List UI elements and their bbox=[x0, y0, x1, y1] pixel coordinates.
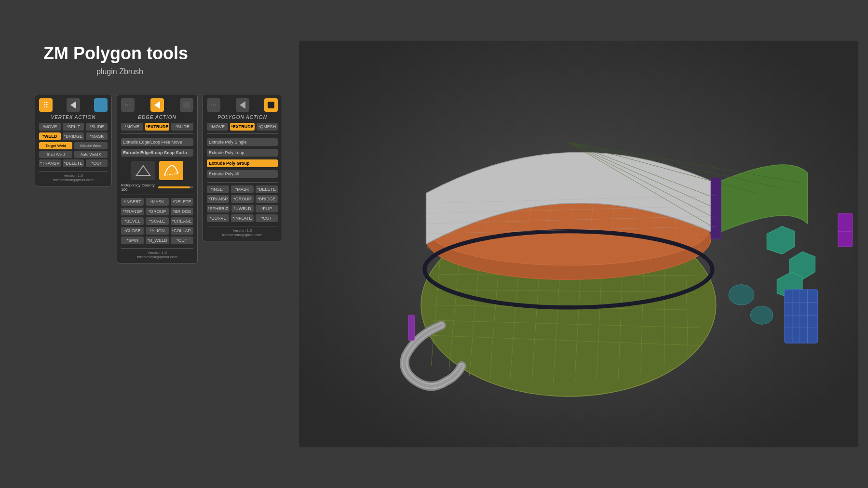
polygon-square-icon[interactable] bbox=[264, 98, 278, 112]
vertex-bridge-btn[interactable]: *BRIDGE bbox=[63, 132, 84, 140]
polygon-uweld-btn[interactable]: *UWELD bbox=[231, 205, 254, 212]
edge-row5: *CLOSE *ALIGN *COLLAP: bbox=[121, 227, 193, 235]
vertex-square-icon[interactable] bbox=[94, 98, 108, 112]
vertex-panel: ⠿ VERTEX ACTION *MOVE *SPLIT *SLIDE *WEL… bbox=[35, 94, 112, 186]
vertex-version: Version 1.0 bbox=[39, 171, 108, 178]
vertex-split-btn[interactable]: *SPLIT bbox=[63, 123, 84, 131]
extrude-free-btn[interactable]: Extrude Edge/Loop Free Move bbox=[121, 138, 193, 146]
retopo-icons-row bbox=[121, 161, 193, 180]
edge-section-label: EDGE ACTION bbox=[121, 115, 193, 120]
edge-row1: *MOVE *EXTRUDE *SLIDE bbox=[121, 123, 193, 131]
vertex-weld-btn[interactable]: *WELD bbox=[39, 132, 61, 140]
edge-square-icon[interactable] bbox=[180, 98, 193, 112]
polygon-extrude-btn[interactable]: *EXTRUDE bbox=[230, 123, 255, 131]
svg-marker-0 bbox=[136, 166, 150, 175]
app-title: ZM Polygon tools bbox=[43, 43, 188, 64]
edge-panel: ⋯ EDGE ACTION *MOVE *EXTRUDE *SLIDE Extr… bbox=[117, 94, 198, 264]
polygon-row5: *CURVE *INFLATE *CUT bbox=[207, 214, 278, 222]
vertex-delete-btn[interactable]: *DELETE bbox=[63, 159, 84, 167]
edge-align-btn[interactable]: *ALIGN bbox=[146, 227, 168, 235]
polygon-inset-btn[interactable]: *INSET bbox=[207, 185, 229, 193]
vertex-row3: *TRANSP *DELETE *CUT bbox=[39, 159, 108, 167]
extrude-poly-single-btn[interactable]: Extrude Poly Single bbox=[207, 138, 278, 146]
edge-row4: *BEVEL *SCALE *CREASE bbox=[121, 217, 193, 225]
edge-panel-header: ⋯ bbox=[121, 98, 193, 112]
edge-uweld-btn[interactable]: *U_WELD bbox=[146, 237, 168, 244]
extrude-poly-group-btn[interactable]: Extrude Poly Group bbox=[207, 159, 278, 167]
edge-dots-icon[interactable]: ⋯ bbox=[121, 98, 135, 112]
vertex-panel-header: ⠿ bbox=[39, 98, 108, 112]
retopo-label: Retopology Opacity 100 bbox=[121, 183, 156, 192]
extrude-poly-loop-btn[interactable]: Extrude Poly Loop bbox=[207, 149, 278, 157]
edge-insert-btn[interactable]: *INSERT bbox=[121, 198, 144, 206]
vertex-move-btn[interactable]: *MOVE bbox=[39, 123, 61, 131]
polygon-delete-btn[interactable]: *DELETE bbox=[256, 185, 278, 193]
polygon-move-btn[interactable]: *MOVE bbox=[207, 123, 228, 131]
edge-version: Version 1.0 bbox=[121, 248, 193, 255]
edge-row2: *INSERT *MASK *DELETE bbox=[121, 198, 193, 206]
edge-move-btn[interactable]: *MOVE bbox=[121, 123, 143, 131]
edge-collap-btn[interactable]: *COLLAP: bbox=[171, 227, 193, 235]
edge-spin-btn[interactable]: *SPIN bbox=[121, 237, 144, 244]
edge-scale-btn[interactable]: *SCALE bbox=[146, 217, 168, 225]
retopo-slider-track[interactable] bbox=[158, 186, 193, 188]
polygon-qmesh-btn[interactable]: *QMESH bbox=[257, 123, 278, 131]
edge-row6: *SPIN *U_WELD *CUT bbox=[121, 237, 193, 244]
polygon-panel-header: ⋯ bbox=[207, 98, 278, 112]
extrude-poly-all-btn[interactable]: Extrude Poly All bbox=[207, 170, 278, 178]
start-weld-btn[interactable]: Start Weld bbox=[39, 151, 72, 158]
edge-extrude-btn[interactable]: *EXTRUDE bbox=[145, 123, 170, 131]
auto-weld-btn[interactable]: Auto Weld 0 bbox=[74, 151, 108, 158]
3d-model-svg bbox=[299, 39, 858, 449]
edge-cut-btn[interactable]: *CUT bbox=[171, 237, 193, 244]
polygon-flip-btn[interactable]: *FLIP bbox=[256, 205, 278, 212]
vertex-mask-btn[interactable]: *MASK bbox=[86, 132, 108, 140]
retopo-slider-row: Retopology Opacity 100 bbox=[121, 183, 193, 192]
polygon-mask-btn[interactable]: *MASK bbox=[231, 185, 253, 193]
edge-mask-btn[interactable]: *MASK bbox=[146, 198, 168, 206]
polygon-dots-icon[interactable]: ⋯ bbox=[207, 98, 220, 112]
polygon-panel: ⋯ POLYGON ACTION *MOVE *EXTRUDE *QMESH E… bbox=[203, 94, 282, 241]
polygon-inflate-btn[interactable]: *INFLATE bbox=[231, 214, 253, 222]
polygon-email: tonthienhai@gmail.com bbox=[207, 233, 278, 237]
vertex-dots-icon[interactable]: ⠿ bbox=[39, 98, 53, 112]
vertex-weld-row2: Start Weld Auto Weld 0 bbox=[39, 151, 108, 158]
edge-bridge-btn[interactable]: *BRIDGE bbox=[171, 208, 193, 215]
svg-rect-59 bbox=[838, 213, 853, 247]
vertex-slide-btn[interactable]: *SLIDE bbox=[86, 123, 108, 131]
polygon-spheriz-btn[interactable]: *SPHERIZ bbox=[207, 205, 230, 212]
vertex-weld-row1: Target Weld Middle Weld bbox=[39, 142, 108, 149]
edge-slide-btn[interactable]: *SLIDE bbox=[171, 123, 193, 131]
polygon-curve-btn[interactable]: *CURVE bbox=[207, 214, 229, 222]
polygon-group-btn[interactable]: *GROUP bbox=[231, 195, 253, 203]
edge-tri-left-icon[interactable] bbox=[150, 98, 164, 112]
vertex-transp-btn[interactable]: *TRANSP bbox=[39, 159, 61, 167]
app-subtitle: plugin Zbrush bbox=[96, 67, 143, 76]
target-weld-btn[interactable]: Target Weld bbox=[39, 142, 72, 149]
polygon-version: Version 1.0 bbox=[207, 226, 278, 233]
edge-crease-btn[interactable]: *CREASE bbox=[171, 217, 193, 225]
polygon-row2: *INSET *MASK *DELETE bbox=[207, 185, 278, 193]
vertex-cut-btn[interactable]: *CUT bbox=[86, 159, 108, 167]
polygon-row3: *TRANSP *GROUP *BRIDGE bbox=[207, 195, 278, 203]
extrude-snap-btn[interactable]: Extrude Edge/Loop Snap Surfa bbox=[121, 149, 193, 157]
polygon-bridge-btn[interactable]: *BRIDGE bbox=[256, 195, 278, 203]
svg-point-63 bbox=[750, 306, 773, 324]
edge-delete-btn[interactable]: *DELETE bbox=[171, 198, 193, 206]
edge-bevel-btn[interactable]: *BEVEL bbox=[121, 217, 144, 225]
edge-email: tonthienhai@gmail.com bbox=[121, 255, 193, 259]
middle-weld-btn[interactable]: Middle Weld bbox=[74, 142, 108, 149]
edge-close-btn[interactable]: *CLOSE bbox=[121, 227, 144, 235]
vertex-tri-left-icon[interactable] bbox=[67, 98, 80, 112]
retopo-icon-curved[interactable] bbox=[159, 161, 183, 180]
vertex-row1: *MOVE *SPLIT *SLIDE bbox=[39, 123, 108, 131]
3d-viewport[interactable] bbox=[299, 39, 858, 449]
polygon-section-label: POLYGON ACTION bbox=[207, 115, 278, 120]
retopo-icon-flat[interactable] bbox=[131, 161, 155, 180]
vertex-email: tonthienhai@gmail.com bbox=[39, 178, 108, 182]
edge-transp-btn[interactable]: *TRANSP bbox=[121, 208, 144, 215]
polygon-transp-btn[interactable]: *TRANSP bbox=[207, 195, 229, 203]
edge-group-btn[interactable]: *GROUP bbox=[146, 208, 168, 215]
polygon-cut-btn[interactable]: *CUT bbox=[256, 214, 278, 222]
polygon-tri-left-icon[interactable] bbox=[236, 98, 249, 112]
